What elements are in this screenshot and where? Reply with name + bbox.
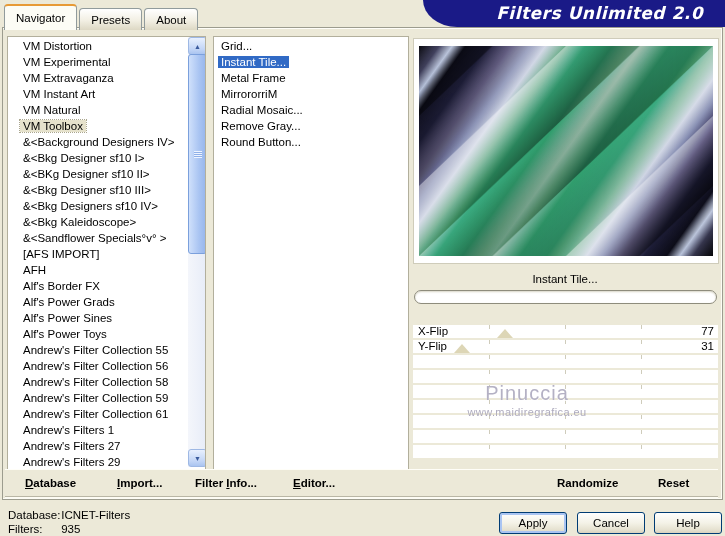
list-item[interactable]: Andrew's Filter Collection 58 <box>8 374 205 390</box>
slider-row-empty <box>413 370 718 383</box>
tab-about[interactable]: About <box>144 8 198 30</box>
list-item[interactable]: [AFS IMPORT] <box>8 246 205 262</box>
apply-button[interactable]: Apply <box>499 512 567 534</box>
help-button[interactable]: Help <box>654 512 722 534</box>
selected-filter-caption: Instant Tile... <box>411 273 719 285</box>
tab-navigator[interactable]: Navigator <box>4 4 77 30</box>
list-item[interactable]: Andrew's Filters 1 <box>8 422 205 438</box>
list-item[interactable]: VM Extravaganza <box>8 70 205 86</box>
status-filters-label: Filters: <box>8 523 58 535</box>
list-item[interactable]: Metal Frame <box>214 70 408 86</box>
list-item[interactable]: VM Instant Art <box>8 86 205 102</box>
list-item[interactable]: Andrew's Filter Collection 56 <box>8 358 205 374</box>
list-item[interactable]: &<Bkg Designers sf10 IV> <box>8 198 205 214</box>
list-item[interactable]: Grid... <box>214 38 408 54</box>
tab-strip: Navigator Presets About <box>4 4 198 30</box>
status-filters: Filters: 935 <box>8 523 80 535</box>
list-item[interactable]: Andrew's Filter Collection 61 <box>8 406 205 422</box>
list-item[interactable]: Alf's Border FX <box>8 278 205 294</box>
slider-row-empty <box>413 400 718 413</box>
filter-info-button[interactable]: Filter Info... <box>195 470 257 496</box>
list-item[interactable]: Remove Gray... <box>214 118 408 134</box>
scroll-down-icon[interactable]: ▼ <box>188 449 206 467</box>
slider-row-empty <box>413 355 718 368</box>
list-item[interactable]: &<Bkg Designer sf10 III> <box>8 182 205 198</box>
render-progress-bar <box>414 290 717 304</box>
database-button[interactable]: Database <box>25 470 76 496</box>
editor-button[interactable]: Editor... <box>293 470 335 496</box>
navigator-page: ▲ ▼ VM DistortionVM ExperimentalVM Extra… <box>2 27 723 500</box>
scroll-up-icon[interactable]: ▲ <box>188 37 206 55</box>
slider-value: 31 <box>701 340 714 353</box>
list-item[interactable]: MirrororriM <box>214 86 408 102</box>
import-button[interactable]: Import... <box>117 470 162 496</box>
slider-y-flip[interactable]: Y-Flip 31 <box>413 340 718 353</box>
list-item[interactable]: &<Bkg Kaleidoscope> <box>8 214 205 230</box>
list-item[interactable]: &<Bkg Designer sf10 I> <box>8 150 205 166</box>
preview-frame <box>413 38 719 264</box>
list-item[interactable]: &<BKg Designer sf10 II> <box>8 166 205 182</box>
filters-unlimited-dialog: { "window": { "title": "Filters Unlimite… <box>0 0 725 536</box>
category-listbox[interactable]: ▲ ▼ VM DistortionVM ExperimentalVM Extra… <box>7 36 206 471</box>
slider-x-flip[interactable]: X-Flip 77 <box>413 325 718 338</box>
status-database-label: Database: <box>8 509 58 521</box>
list-item[interactable]: &<Background Designers IV> <box>8 134 205 150</box>
slider-row-empty <box>413 385 718 398</box>
preview-panel: Instant Tile... X-Flip 77 Y-Flip 31 Pinu… <box>411 36 722 468</box>
list-item[interactable]: Radial Mosaic... <box>214 102 408 118</box>
status-database-value: ICNET-Filters <box>61 509 130 521</box>
scrollbar-thumb[interactable] <box>188 54 206 254</box>
list-item[interactable]: AFH <box>8 262 205 278</box>
cancel-button[interactable]: Cancel <box>577 512 645 534</box>
filter-listbox[interactable]: Grid...Instant Tile...Metal FrameMirroro… <box>213 36 409 471</box>
slider-row-empty <box>413 415 718 428</box>
list-item[interactable]: VM Toolbox <box>8 118 205 134</box>
status-filters-value: 935 <box>61 523 80 535</box>
slider-label: X-Flip <box>418 325 448 338</box>
list-item[interactable]: Alf's Power Toys <box>8 326 205 342</box>
list-item[interactable]: VM Distortion <box>8 38 205 54</box>
tab-presets[interactable]: Presets <box>79 8 142 30</box>
slider-handle[interactable] <box>454 344 470 353</box>
slider-row-empty <box>413 445 718 458</box>
list-item[interactable]: Alf's Power Sines <box>8 310 205 326</box>
command-bar: Database Import... Filter Info... Editor… <box>5 469 718 497</box>
list-item[interactable]: VM Experimental <box>8 54 205 70</box>
list-item[interactable]: Andrew's Filter Collection 59 <box>8 390 205 406</box>
slider-label: Y-Flip <box>418 340 447 353</box>
slider-row-empty <box>413 430 718 443</box>
list-item[interactable]: Andrew's Filters 27 <box>8 438 205 454</box>
slider-handle[interactable] <box>497 329 513 338</box>
category-scrollbar[interactable]: ▲ ▼ <box>188 37 205 467</box>
thumb-grip-icon <box>194 151 202 158</box>
list-item[interactable]: Andrew's Filters 29 <box>8 454 205 470</box>
list-item[interactable]: Alf's Power Grads <box>8 294 205 310</box>
list-item[interactable]: VM Natural <box>8 102 205 118</box>
list-item[interactable]: Andrew's Filter Collection 55 <box>8 342 205 358</box>
title-banner: Filters Unlimited 2.0 <box>423 0 725 27</box>
preview-image[interactable] <box>419 46 713 256</box>
app-title: Filters Unlimited 2.0 <box>423 0 725 23</box>
slider-value: 77 <box>701 325 714 338</box>
status-database: Database: ICNET-Filters <box>8 509 130 521</box>
reset-button[interactable]: Reset <box>658 470 689 496</box>
randomize-button[interactable]: Randomize <box>557 470 618 496</box>
list-item[interactable]: Instant Tile... <box>214 54 408 70</box>
list-item[interactable]: Round Button... <box>214 134 408 150</box>
list-item[interactable]: &<Sandflower Specials°v° > <box>8 230 205 246</box>
